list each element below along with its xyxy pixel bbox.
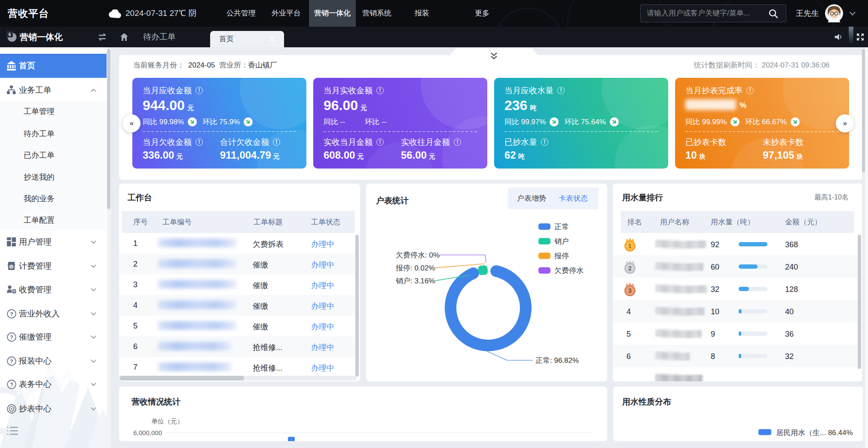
svg-text:6: 6 [9, 32, 11, 37]
svg-text:?: ? [10, 381, 13, 388]
svg-text:欠费停水: 欠费停水 [554, 267, 584, 275]
svg-text:S: S [10, 265, 12, 269]
svg-text:销户: 销户 [554, 237, 569, 245]
svg-text:3: 3 [628, 287, 632, 294]
svg-text:?: ? [10, 358, 13, 365]
svg-text:正常: 正常 [554, 223, 569, 231]
svg-text:1: 1 [628, 242, 632, 249]
svg-text:报停: 报停 [554, 252, 569, 260]
svg-text:销户: 3.16%: 销户: 3.16% [396, 277, 435, 285]
svg-text:?: ? [10, 311, 13, 317]
svg-text:正常: 96.82%: 正常: 96.82% [535, 356, 579, 365]
svg-text:报停: 0.02%: 报停: 0.02% [395, 264, 435, 272]
svg-text:?: ? [10, 334, 13, 341]
svg-text:2: 2 [628, 265, 632, 272]
svg-text:欠费停水: 0%: 欠费停水: 0% [396, 251, 440, 259]
